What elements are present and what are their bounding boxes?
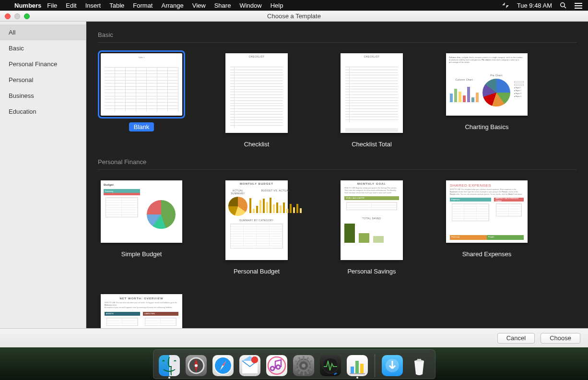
status-icon[interactable] [502, 2, 509, 9]
dock [0, 349, 588, 379]
template-chooser-window: Choose a Template All Basic Personal Fin… [0, 11, 588, 347]
svg-line-1 [564, 6, 566, 8]
cancel-button[interactable]: Cancel [497, 333, 535, 344]
template-label: Personal Savings [342, 267, 400, 276]
svg-point-0 [561, 2, 564, 6]
dock-app-settings[interactable] [292, 354, 315, 377]
window-title: Choose a Template [0, 12, 588, 20]
spotlight-icon[interactable] [560, 2, 567, 9]
svg-rect-32 [303, 371, 304, 375]
dock-app-itunes[interactable] [265, 354, 288, 377]
sidebar-item-all[interactable]: All [0, 24, 86, 40]
dock-app-mail[interactable] [238, 354, 261, 377]
template-thumbnail: CHECKLIST [225, 53, 288, 133]
template-thumbnail: CHECKLIST [341, 53, 403, 133]
app-menu[interactable]: Numbers [14, 2, 41, 9]
svg-rect-35 [294, 365, 298, 367]
template-grid[interactable]: BasicTable 1BlankCHECKLISTChecklistCHECK… [86, 22, 588, 328]
window-footer: Cancel Choose [0, 328, 588, 347]
template-personal-savings[interactable]: MONTHLY GOALHOW TO USE Begin by setting … [331, 180, 412, 276]
template-thumbnail: Column, line, and pie charts compare val… [446, 53, 528, 116]
template-label: Checklist Total [347, 140, 397, 149]
svg-rect-45 [355, 361, 359, 373]
template-checklist[interactable]: CHECKLISTChecklist [216, 53, 297, 149]
window-titlebar: Choose a Template [0, 11, 588, 22]
menu-arrange[interactable]: Arrange [161, 2, 183, 9]
template-label: Charting Basics [460, 122, 513, 131]
template-label: Shared Expenses [458, 249, 517, 259]
dock-app-launchpad[interactable] [185, 354, 208, 377]
menu-edit[interactable]: Edit [66, 2, 76, 9]
choose-button[interactable]: Choose [541, 333, 580, 344]
svg-rect-29 [309, 365, 313, 367]
svg-point-13 [195, 364, 198, 367]
svg-rect-26 [303, 356, 304, 360]
section-header: Personal Finance [98, 149, 576, 170]
svg-point-39 [302, 364, 306, 368]
svg-point-6 [575, 5, 576, 6]
template-blank[interactable]: Table 1Blank [101, 53, 182, 149]
dock-trash[interactable] [408, 354, 431, 377]
menubar-clock[interactable]: Tue 9:48 AM [517, 2, 552, 9]
sidebar-item-business[interactable]: Business [0, 88, 86, 104]
template-shared-expenses[interactable]: SHARED EXPENSESHOW TO USE This template … [446, 180, 528, 276]
template-charting-basics[interactable]: Column, line, and pie charts compare val… [446, 53, 528, 149]
dock-app-numbers[interactable] [346, 354, 369, 377]
template-simple-budget[interactable]: BudgetSummarySimple Budget [101, 180, 182, 276]
section-header: Basic [98, 22, 576, 43]
dock-app-safari[interactable] [212, 354, 235, 377]
template-label: Checklist [239, 140, 274, 149]
dock-downloads[interactable] [381, 354, 404, 377]
svg-rect-47 [350, 373, 365, 374]
menu-file[interactable]: File [47, 2, 57, 9]
template-thumbnail: BudgetSummary [101, 180, 182, 243]
notification-center-icon[interactable] [575, 2, 582, 9]
menu-format[interactable]: Format [133, 2, 153, 9]
category-sidebar: All Basic Personal Finance Personal Busi… [0, 22, 86, 328]
template-thumbnail: MONTHLY BUDGETACTUAL SUMMARYBUDGET VS. A… [225, 180, 288, 260]
dock-app-activity-monitor[interactable] [319, 354, 342, 377]
menubar: Numbers File Edit Insert Table Format Ar… [0, 0, 588, 11]
template-label: Personal Budget [229, 267, 284, 276]
svg-point-5 [575, 2, 576, 3]
template-net-worth[interactable]: NET WORTH: OVERVIEWHOW TO USE This overv… [101, 294, 182, 328]
menu-insert[interactable]: Insert [85, 2, 101, 9]
svg-point-41 [323, 358, 338, 373]
dock-app-finder[interactable] [158, 354, 181, 377]
menu-help[interactable]: Help [270, 2, 283, 9]
template-thumbnail: Table 1 [101, 53, 182, 116]
sidebar-item-education[interactable]: Education [0, 104, 86, 119]
menu-share[interactable]: Share [214, 2, 231, 9]
template-checklist-total[interactable]: CHECKLISTChecklist Total [331, 53, 412, 149]
menu-table[interactable]: Table [109, 2, 124, 9]
template-label: Simple Budget [117, 249, 167, 259]
template-personal-budget[interactable]: MONTHLY BUDGETACTUAL SUMMARYBUDGET VS. A… [216, 180, 297, 276]
template-thumbnail: NET WORTH: OVERVIEWHOW TO USE This overv… [101, 294, 182, 328]
template-thumbnail: SHARED EXPENSESHOW TO USE This template … [446, 180, 528, 243]
template-label: Blank [129, 122, 154, 131]
svg-rect-44 [351, 367, 354, 373]
template-thumbnail: MONTHLY GOALHOW TO USE Begin by setting … [341, 180, 403, 260]
dock-separator [375, 354, 375, 377]
menu-view[interactable]: View [192, 2, 206, 9]
sidebar-item-personal[interactable]: Personal [0, 72, 86, 88]
svg-point-21 [251, 356, 258, 363]
sidebar-item-basic[interactable]: Basic [0, 40, 86, 56]
menu-window[interactable]: Window [239, 2, 261, 9]
svg-rect-46 [360, 364, 364, 373]
sidebar-item-personal-finance[interactable]: Personal Finance [0, 56, 86, 72]
